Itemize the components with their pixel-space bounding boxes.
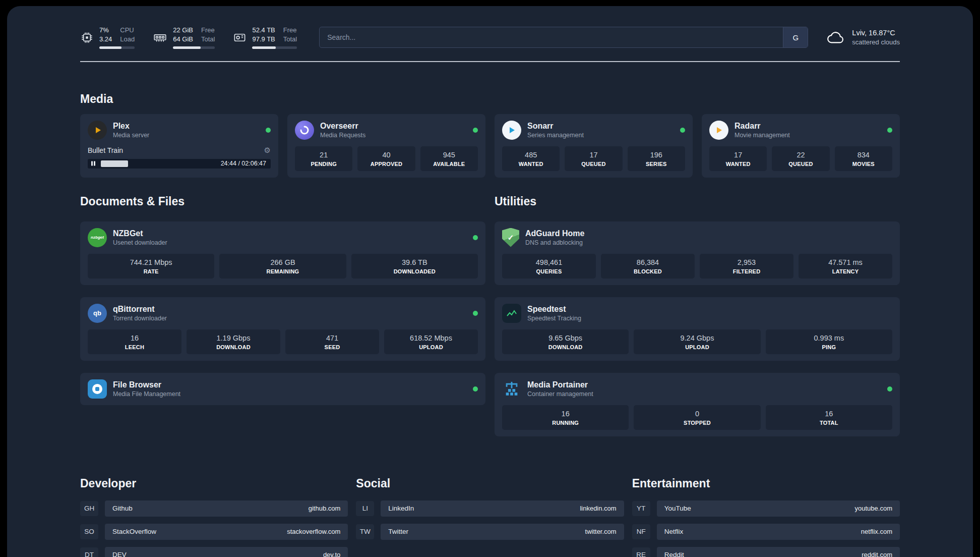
filebrowser-icon <box>88 379 107 399</box>
portainer-icon <box>502 379 521 399</box>
memory-total-label: Total <box>201 35 215 43</box>
stat-label: UPLOAD <box>636 344 758 350</box>
stat-value: 40 <box>359 151 413 159</box>
memory-free-value: 22 GiB <box>173 26 193 34</box>
status-dot <box>473 311 478 316</box>
cpu-widget: 7% 3.24 CPU Load <box>80 26 135 49</box>
status-dot <box>887 128 892 133</box>
stat-tile: 47.571 ms LATENCY <box>799 254 892 278</box>
app-name: AdGuard Home <box>525 229 584 238</box>
bookmark-name: YouTube <box>664 505 691 512</box>
documents-section-title: Documents & Files <box>80 195 485 208</box>
section-utilities: Utilities ✓ AdGuard Home DNS and adblock… <box>495 195 900 436</box>
app-card-radarr[interactable]: Radarr Movie management 17 WANTED 22 QUE… <box>702 114 900 178</box>
app-card-qbittorrent[interactable]: qb qBittorrent Torrent downloader 16 LEE… <box>80 297 485 361</box>
app-card-adguard[interactable]: ✓ AdGuard Home DNS and adblocking 498,46… <box>495 221 900 285</box>
stat-tile: 9.24 Gbps UPLOAD <box>634 329 760 354</box>
ram-icon <box>153 31 167 44</box>
stat-tile: 0.993 ms PING <box>766 329 892 354</box>
app-card-nzbget[interactable]: nzbget NZBGet Usenet downloader 744.21 M… <box>80 221 485 285</box>
bookmark-link-linkedin[interactable]: LinkedIn linkedin.com <box>381 500 624 517</box>
section-developer: Developer GH Github github.com SO StackO… <box>80 477 348 557</box>
stat-value: 17 <box>711 151 765 159</box>
gear-icon[interactable]: ⚙ <box>264 146 271 155</box>
adguard-check-glyph: ✓ <box>508 233 514 242</box>
app-card-plex[interactable]: Plex Media server Bullet Train ⚙ 24:44 /… <box>80 114 278 178</box>
radarr-icon <box>709 121 728 140</box>
app-subtitle: Container management <box>527 391 593 398</box>
memory-progress-fill <box>173 46 201 49</box>
stat-tile: 9.65 Gbps DOWNLOAD <box>502 329 629 354</box>
disk-progress-fill <box>252 46 275 49</box>
bookmark-link-stackoverflow[interactable]: StackOverflow stackoverflow.com <box>105 524 348 540</box>
stat-label: PENDING <box>297 161 350 167</box>
search-input[interactable] <box>320 27 783 47</box>
qbittorrent-icon-text: qb <box>93 309 101 317</box>
stat-label: FILTERED <box>702 268 791 274</box>
stat-label: UPLOAD <box>386 344 476 350</box>
bookmark-link-github[interactable]: Github github.com <box>105 500 348 517</box>
app-card-filebrowser[interactable]: File Browser Media File Management <box>80 373 485 405</box>
bookmark-name: LinkedIn <box>388 505 414 512</box>
app-subtitle: Media server <box>113 132 149 139</box>
app-card-portainer[interactable]: Media Portainer Container management 16 … <box>495 373 900 436</box>
media-section-title: Media <box>80 92 900 106</box>
stat-tile: 498,461 QUERIES <box>502 254 596 278</box>
stat-value: 0.993 ms <box>768 334 890 342</box>
disk-widget: 52.4 TB 97.9 TB Free Total <box>233 26 297 49</box>
cpu-load-value: 3.24 <box>99 35 112 43</box>
stat-label: WANTED <box>504 161 558 167</box>
search-engine-button[interactable]: G <box>783 27 808 47</box>
app-card-overseerr[interactable]: Overseerr Media Requests 21 PENDING 40 A… <box>287 114 485 178</box>
bookmark-link-netflix[interactable]: Netflix netflix.com <box>657 524 900 540</box>
stat-label: RATE <box>90 268 212 274</box>
stat-value: 744.21 Mbps <box>90 258 212 266</box>
stat-label: WANTED <box>711 161 765 167</box>
app-card-sonarr[interactable]: Sonarr Series management 485 WANTED 17 Q… <box>495 114 693 178</box>
stat-label: DOWNLOAD <box>189 344 278 350</box>
app-card-speedtest[interactable]: Speedtest Speedtest Tracking 9.65 Gbps D… <box>495 297 900 361</box>
stat-label: QUERIES <box>504 268 594 274</box>
stat-tile: 834 MOVIES <box>835 146 892 171</box>
stat-value: 16 <box>768 410 890 418</box>
stat-label: QUEUED <box>774 161 827 167</box>
bookmark-link-twitter[interactable]: Twitter twitter.com <box>381 524 624 540</box>
section-entertainment: Entertainment YT YouTube youtube.com NF … <box>632 477 900 557</box>
stat-tile: 17 WANTED <box>709 146 767 171</box>
bookmark-link-reddit[interactable]: Reddit reddit.com <box>657 547 900 557</box>
bookmark-row-github: GH Github github.com <box>80 500 348 517</box>
app-subtitle: DNS and adblocking <box>525 239 584 246</box>
section-documents: Documents & Files nzbget NZBGet Usenet d… <box>80 195 485 436</box>
bookmark-url: twitter.com <box>585 528 617 535</box>
stat-tile: 40 APPROVED <box>357 146 415 171</box>
developer-section-title: Developer <box>80 477 348 490</box>
stat-tile: 2,953 FILTERED <box>700 254 793 278</box>
stat-label: REMAINING <box>221 268 344 274</box>
bookmark-link-dev[interactable]: DEV dev.to <box>105 547 348 557</box>
bookmark-link-youtube[interactable]: YouTube youtube.com <box>657 500 900 517</box>
seek-fill <box>101 160 128 167</box>
stat-label: DOWNLOADED <box>353 268 476 274</box>
app-name: qBittorrent <box>113 305 167 314</box>
app-subtitle: Movie management <box>734 132 790 139</box>
bookmark-row-netflix: NF Netflix netflix.com <box>632 524 900 540</box>
bookmark-url: github.com <box>309 505 341 512</box>
stat-tile: 945 AVAILABLE <box>420 146 478 171</box>
pause-icon[interactable] <box>91 161 95 166</box>
stat-tile: 485 WANTED <box>502 146 560 171</box>
disk-icon <box>233 31 247 44</box>
stat-tile: 0 STOPPED <box>634 405 760 430</box>
stat-value: 196 <box>630 151 683 159</box>
status-dot <box>680 128 685 133</box>
stat-value: 485 <box>504 151 558 159</box>
app-subtitle: Usenet downloader <box>113 239 167 246</box>
stat-label: MOVIES <box>837 161 890 167</box>
stat-label: APPROVED <box>359 161 413 167</box>
seek-bar[interactable]: 24:44 / 02:06:47 <box>88 159 271 169</box>
stat-tile: 471 SEED <box>285 329 379 354</box>
disk-free-value: 52.4 TB <box>252 26 275 34</box>
stat-label: DOWNLOAD <box>504 344 627 350</box>
stat-label: TOTAL <box>768 420 890 426</box>
disk-free-label: Free <box>283 26 297 34</box>
app-subtitle: Media File Management <box>113 391 180 398</box>
